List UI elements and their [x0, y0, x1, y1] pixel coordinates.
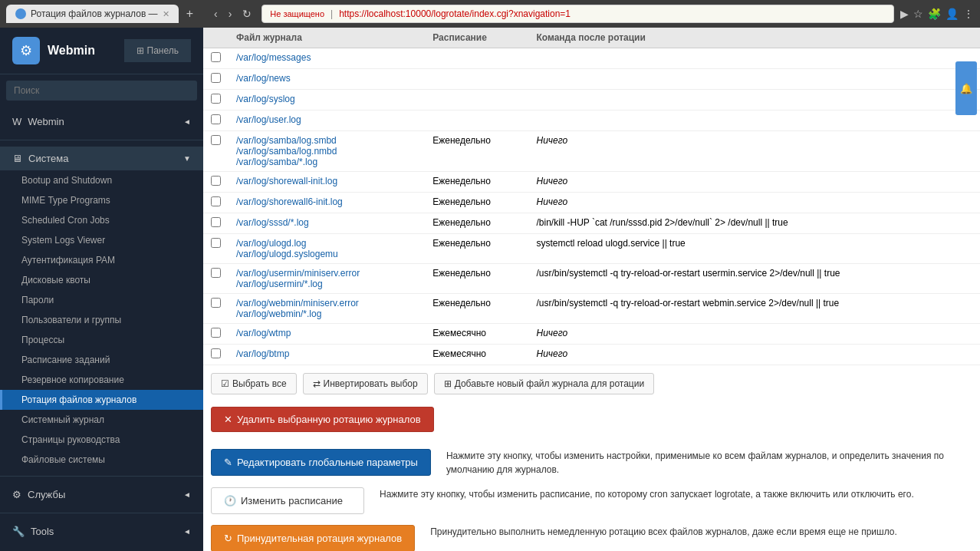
sidebar-item-syslog[interactable]: Системный журнал — [0, 410, 203, 430]
log-file-link[interactable]: /var/log/shorewall-init.log — [236, 176, 337, 186]
log-file-link[interactable]: /var/log/usermin/miniserv.error — [236, 268, 417, 279]
main-content: 🔔 Файл журнала Расписание Команда после … — [203, 28, 980, 551]
log-file-link[interactable]: /var/log/ulogd.syslogemu — [236, 249, 417, 259]
log-file-link[interactable]: /var/log/webmin/*.log — [236, 308, 417, 319]
schedule-cell — [425, 48, 528, 69]
sidebar-item-man-pages[interactable]: Страницы руководства — [0, 430, 203, 450]
command-cell: Ничего — [528, 172, 980, 193]
table-row: /var/log/messages — [203, 48, 980, 69]
table-row: /var/log/usermin/miniserv.error/var/log/… — [203, 264, 980, 294]
log-file-link[interactable]: /var/log/shorewall6-init.log — [236, 196, 343, 207]
row-checkbox[interactable] — [211, 73, 221, 83]
invert-selection-btn[interactable]: ⇄ Инвертировать выбор — [303, 373, 428, 394]
panel-btn[interactable]: ⊞ Панель — [124, 39, 191, 62]
log-file-link[interactable]: /var/log/messages — [236, 52, 311, 63]
sidebar-item-users-groups[interactable]: Пользователи и группы — [0, 310, 203, 330]
col-check — [203, 28, 229, 48]
select-all-btn[interactable]: ☑ Выбрать все — [211, 373, 297, 394]
schedule-cell — [425, 69, 528, 90]
delete-btn[interactable]: ✕ Удалить выбранную ротацию журналов — [211, 407, 434, 432]
sidebar-item-mime[interactable]: MIME Type Programs — [0, 190, 203, 210]
add-new-btn[interactable]: ⊞ Добавьте новый файл журнала для ротаци… — [434, 373, 654, 394]
sidebar-item-pam[interactable]: Аутентификация PAM — [0, 250, 203, 270]
log-file-link[interactable]: /var/log/ulogd.log — [236, 238, 417, 249]
log-file-link[interactable]: /var/log/usermin/*.log — [236, 279, 417, 289]
row-checkbox[interactable] — [211, 217, 221, 227]
change-schedule-desc: Нажмите эту кнопку, чтобы изменить распи… — [380, 487, 972, 501]
disk-quotas-label: Дисковые квоты — [21, 275, 90, 285]
log-file-link[interactable]: /var/log/news — [236, 73, 291, 84]
sidebar-item-filesystems[interactable]: Файловые системы — [0, 450, 203, 470]
table-row: /var/log/shorewall-init.logЕженедельноНи… — [203, 172, 980, 193]
row-checkbox[interactable] — [211, 328, 221, 338]
action-row: ☑ Выбрать все ⇄ Инвертировать выбор ⊞ До… — [203, 365, 980, 402]
bookmark-btn[interactable]: ☆ — [913, 8, 923, 20]
sidebar-item-bootup[interactable]: Bootup and Shutdown — [0, 170, 203, 190]
system-section-header[interactable]: 🖥 Система ▼ — [0, 147, 203, 170]
log-file-link[interactable]: /var/log/samba/*.log — [236, 157, 417, 167]
log-file-link[interactable]: /var/log/syslog — [236, 94, 295, 104]
row-checkbox[interactable] — [211, 238, 221, 248]
cast-btn[interactable]: ▶ — [900, 8, 909, 20]
new-tab-btn[interactable]: + — [182, 7, 198, 21]
services-arrow: ◄ — [183, 490, 191, 499]
sidebar-item-logs-viewer[interactable]: System Logs Viewer — [0, 230, 203, 250]
reload-btn[interactable]: ↻ — [238, 6, 255, 21]
scheduled-tasks-label: Расписание заданий — [21, 355, 110, 365]
passwords-label: Пароли — [21, 295, 54, 305]
extensions-btn[interactable]: 🧩 — [928, 8, 941, 20]
rotate-icon: ↻ — [224, 533, 232, 544]
delete-label: Удалить выбранную ротацию журналов — [237, 414, 421, 425]
force-rotate-btn[interactable]: ↻ Принудительная ротация журналов — [211, 525, 415, 551]
invert-icon: ⇄ — [313, 378, 321, 389]
log-file-link[interactable]: /var/log/btmp — [236, 348, 289, 359]
row-checkbox[interactable] — [211, 94, 221, 104]
sidebar-item-passwords[interactable]: Пароли — [0, 290, 203, 310]
row-checkbox[interactable] — [211, 268, 221, 278]
sidebar-item-logrotate[interactable]: Ротация файлов журналов — [0, 390, 203, 410]
log-file-link[interactable]: /var/log/webmin/miniserv.error — [236, 298, 417, 308]
sidebar-item-cron[interactable]: Scheduled Cron Jobs — [0, 210, 203, 230]
row-checkbox[interactable] — [211, 176, 221, 186]
row-checkbox[interactable] — [211, 298, 221, 308]
select-all-label: Выбрать все — [232, 378, 287, 389]
table-row: /var/log/ulogd.log/var/log/ulogd.sysloge… — [203, 234, 980, 264]
tools-section-header[interactable]: 🔧 Tools ◄ — [0, 520, 203, 543]
sidebar-item-scheduled-tasks[interactable]: Расписание заданий — [0, 350, 203, 370]
address-bar[interactable]: Не защищено | https://localhost:10000/lo… — [261, 5, 894, 23]
search-input[interactable] — [6, 81, 197, 101]
menu-btn[interactable]: ⋮ — [963, 8, 974, 20]
log-file-link[interactable]: /var/log/user.log — [236, 114, 301, 125]
logs-viewer-label: System Logs Viewer — [21, 235, 105, 246]
row-checkbox[interactable] — [211, 114, 221, 124]
sidebar-item-disk-quotas[interactable]: Дисковые квоты — [0, 270, 203, 290]
col-file: Файл журнала — [229, 28, 425, 48]
services-icon: ⚙ — [12, 489, 21, 500]
webmin-icon: W — [12, 116, 21, 127]
log-file-link[interactable]: /var/log/wtmp — [236, 328, 291, 338]
forward-btn[interactable]: › — [225, 6, 236, 21]
sidebar-item-backup[interactable]: Резервное копирование — [0, 370, 203, 390]
log-file-link[interactable]: /var/log/sssd/*.log — [236, 217, 309, 228]
edit-icon: ✎ — [224, 457, 232, 468]
log-file-link[interactable]: /var/log/samba/log.smbd — [236, 135, 417, 146]
edit-global-btn[interactable]: ✎ Редактировать глобальные параметры — [211, 449, 431, 476]
system-icon: 🖥 — [12, 153, 22, 164]
back-btn[interactable]: ‹ — [210, 6, 222, 21]
log-file-link[interactable]: /var/log/samba/log.nmbd — [236, 146, 417, 157]
system-sub-items: Bootup and Shutdown MIME Type Programs S… — [0, 170, 203, 470]
sidebar-item-processes[interactable]: Процессы — [0, 330, 203, 350]
profile-btn[interactable]: 👤 — [945, 8, 959, 20]
row-checkbox[interactable] — [211, 135, 221, 145]
active-tab[interactable]: Ротация файлов журналов — ✕ — [6, 5, 179, 23]
row-checkbox[interactable] — [211, 52, 221, 62]
row-checkbox[interactable] — [211, 196, 221, 206]
row-checkbox[interactable] — [211, 348, 221, 358]
change-schedule-btn[interactable]: 🕐 Изменить расписание — [211, 487, 364, 514]
sidebar-section-webmin: W Webmin ◄ — [0, 107, 203, 137]
services-section-header[interactable]: ⚙ Службы ◄ — [0, 483, 203, 506]
users-groups-label: Пользователи и группы — [21, 315, 121, 325]
sidebar-item-webmin[interactable]: W Webmin ◄ — [0, 110, 203, 134]
tab-close-btn[interactable]: ✕ — [163, 9, 169, 19]
notification-bell[interactable]: 🔔 — [955, 61, 977, 115]
